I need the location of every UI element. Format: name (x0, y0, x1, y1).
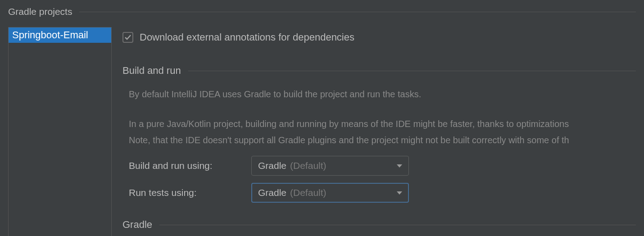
build-and-run-using-dropdown[interactable]: Gradle (Default) (251, 156, 409, 176)
description-line-3: Note, that the IDE doesn't support all G… (129, 133, 636, 147)
dropdown-value: Gradle (258, 160, 286, 171)
chevron-down-icon (397, 164, 402, 168)
description-line-2: In a pure Java/Kotlin project, building … (129, 117, 636, 131)
gradle-title: Gradle (122, 219, 152, 231)
gradle-projects-section-header: Gradle projects (8, 6, 636, 17)
check-icon (124, 34, 132, 41)
run-tests-using-dropdown[interactable]: Gradle (Default) (251, 183, 409, 203)
download-annotations-label[interactable]: Download external annotations for depend… (140, 32, 354, 43)
download-annotations-row: Download external annotations for depend… (122, 32, 636, 43)
build-and-run-using-row: Build and run using: Gradle (Default) (129, 156, 636, 176)
settings-panel: Gradle projects Springboot-Email Downloa… (0, 0, 644, 236)
build-and-run-using-label: Build and run using: (129, 160, 251, 171)
build-and-run-section-header: Build and run (122, 65, 636, 77)
gradle-projects-title: Gradle projects (8, 6, 72, 17)
run-tests-using-row: Run tests using: Gradle (Default) (129, 183, 636, 203)
project-item-springboot-email[interactable]: Springboot-Email (9, 27, 111, 43)
gradle-projects-list[interactable]: Springboot-Email (8, 27, 112, 236)
build-and-run-title: Build and run (122, 65, 181, 77)
description-line-1: By default IntelliJ IDEA uses Gradle to … (129, 87, 636, 101)
dropdown-value: Gradle (258, 187, 286, 198)
divider-line (188, 71, 636, 71)
gradle-section-header: Gradle (122, 219, 636, 231)
download-annotations-checkbox[interactable] (122, 32, 133, 43)
main-content-row: Springboot-Email Download external annot… (8, 27, 636, 236)
divider-line (159, 225, 636, 225)
dropdown-text: Gradle (Default) (258, 187, 327, 198)
right-panel: Download external annotations for depend… (122, 27, 636, 236)
chevron-down-icon (397, 191, 402, 195)
build-and-run-description: By default IntelliJ IDEA uses Gradle to … (129, 87, 636, 147)
divider-line (79, 12, 636, 12)
run-tests-using-label: Run tests using: (129, 187, 251, 198)
dropdown-default-hint: (Default) (290, 187, 327, 198)
dropdown-text: Gradle (Default) (258, 160, 327, 171)
dropdown-default-hint: (Default) (290, 160, 327, 171)
